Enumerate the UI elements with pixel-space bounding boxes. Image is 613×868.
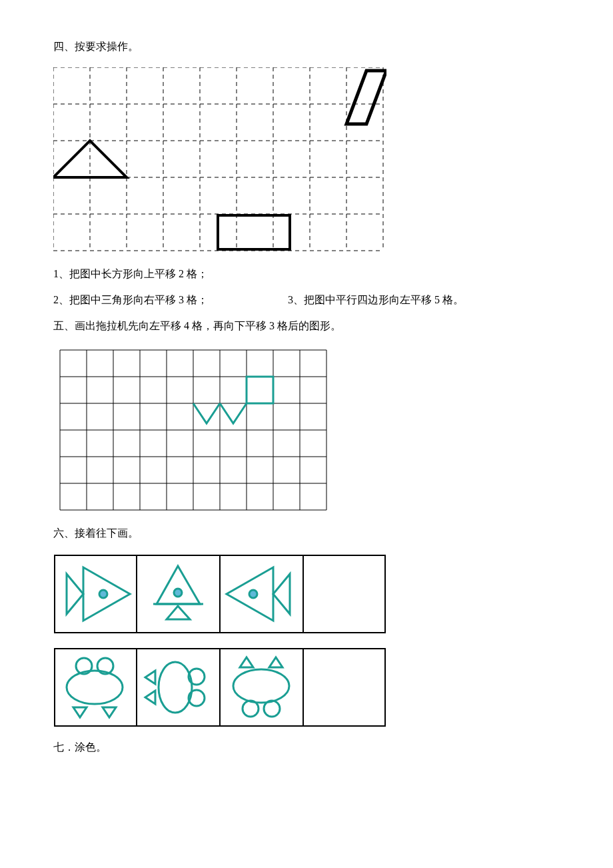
fish-up	[153, 566, 203, 619]
svg-marker-59	[145, 671, 155, 684]
svg-marker-57	[103, 707, 116, 717]
section-6-beetle-row	[53, 647, 560, 727]
tractor-grid-svg	[53, 347, 333, 513]
fish-pattern-svg	[53, 554, 386, 634]
parallelogram-shape	[346, 71, 386, 124]
beetle-right	[145, 662, 205, 713]
svg-marker-64	[240, 657, 253, 667]
svg-point-63	[233, 669, 289, 703]
svg-marker-39	[67, 574, 83, 614]
svg-marker-65	[269, 657, 283, 667]
fish-right	[67, 567, 130, 621]
svg-point-67	[264, 701, 280, 717]
section-4-item-3: 3、把图中平行四边形向左平移 5 格。	[288, 293, 464, 307]
section-4-figure	[53, 67, 560, 254]
svg-marker-56	[73, 707, 87, 717]
section-5-figure	[53, 347, 560, 513]
beetle-down	[233, 657, 289, 717]
svg-rect-34	[247, 377, 273, 403]
section-6-fish-row	[53, 554, 560, 634]
rectangle-shape	[218, 215, 290, 249]
svg-point-66	[243, 701, 259, 717]
svg-point-58	[159, 662, 192, 713]
section-7-heading: 七．涂色。	[53, 741, 560, 755]
section-6-heading: 六、接着往下画。	[53, 527, 560, 541]
grid-shapes-svg	[53, 67, 386, 254]
beetle-up	[67, 658, 123, 717]
svg-point-53	[67, 671, 123, 704]
section-5-heading: 五、画出拖拉机先向左平移 4 格，再向下平移 3 格后的图形。	[53, 319, 560, 333]
section-4-item-2: 2、把图中三角形向右平移 3 格；	[53, 293, 208, 307]
section-4-item-1: 1、把图中长方形向上平移 2 格；	[53, 267, 560, 281]
svg-marker-60	[145, 691, 155, 704]
section-4-heading: 四、按要求操作。	[53, 40, 560, 54]
beetle-pattern-svg	[53, 647, 386, 727]
svg-point-45	[174, 589, 182, 597]
svg-point-41	[99, 590, 107, 598]
svg-marker-46	[273, 574, 290, 614]
svg-marker-44	[167, 606, 190, 619]
svg-point-48	[249, 590, 257, 598]
fish-left	[227, 567, 290, 621]
svg-marker-42	[157, 566, 200, 604]
tractor-shape	[193, 377, 273, 423]
